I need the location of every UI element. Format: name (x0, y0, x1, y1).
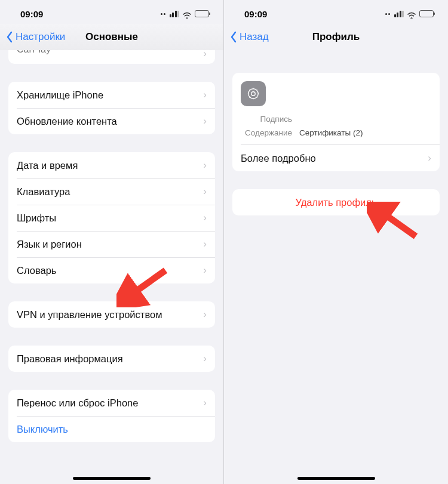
nav-bar: Настройки Основные (0, 24, 223, 50)
group-legal: Правовая информация › (8, 346, 215, 372)
wifi-icon (407, 10, 416, 17)
row-label: Обновление контента (17, 116, 203, 127)
group-storage: Хранилище iPhone › Обновление контента › (8, 82, 215, 134)
screen-profile: 09:09 Назад Профиль (224, 0, 448, 484)
row-label: VPN и управление устройством (17, 309, 203, 320)
row-date-time[interactable]: Дата и время › (8, 152, 215, 178)
row-label: Словарь (17, 265, 203, 276)
row-label: CarPlay (17, 50, 203, 55)
group-localization: Дата и время › Клавиатура › Шрифты › Язы… (8, 152, 215, 283)
svg-point-1 (251, 92, 255, 95)
row-carplay[interactable]: CarPlay › (8, 50, 215, 64)
profile-signature: Подпись (232, 112, 440, 126)
row-label: Более подробно (241, 153, 428, 164)
signal-icon (394, 11, 404, 17)
signal-icon (170, 11, 180, 17)
kv-key: Содержание (241, 128, 292, 137)
delete-profile-button[interactable]: Удалить профиль (232, 189, 440, 215)
row-fonts[interactable]: Шрифты › (8, 205, 215, 231)
row-dictionary[interactable]: Словарь › (8, 257, 215, 283)
kv-value: Сертификаты (2) (299, 128, 363, 137)
chevron-right-icon: › (203, 238, 207, 250)
battery-icon (419, 10, 434, 17)
chevron-right-icon: › (203, 309, 207, 320)
row-label: Язык и регион (17, 239, 203, 250)
chevron-right-icon: › (203, 212, 207, 224)
row-label: Правовая информация (17, 353, 203, 365)
chevron-right-icon: › (203, 264, 207, 276)
row-label: Хранилище iPhone (17, 90, 203, 101)
nav-bar: Назад Профиль (224, 24, 448, 50)
back-label: Назад (240, 31, 269, 43)
chevron-right-icon: › (203, 186, 207, 198)
row-label: Выключить (17, 424, 207, 435)
row-label: Удалить профиль (296, 197, 377, 208)
screen-general: 09:09 Настройки Основные CarPlay › (0, 0, 224, 484)
status-time: 09:09 (244, 9, 267, 19)
profile-card: Подпись Содержание Сертификаты (2) Более… (232, 73, 440, 171)
chevron-right-icon: › (203, 397, 207, 409)
row-vpn-device-management[interactable]: VPN и управление устройством › (8, 301, 215, 328)
chevron-left-icon (6, 31, 13, 43)
content: Подпись Содержание Сертификаты (2) Более… (224, 50, 448, 215)
row-legal[interactable]: Правовая информация › (8, 346, 215, 372)
status-icons (385, 10, 434, 17)
content: CarPlay › Хранилище iPhone › Обновление … (0, 50, 223, 442)
chevron-right-icon: › (203, 353, 207, 365)
row-iphone-storage[interactable]: Хранилище iPhone › (8, 82, 215, 108)
row-transfer-reset[interactable]: Перенос или сброс iPhone › (8, 390, 215, 416)
back-label: Настройки (16, 31, 65, 43)
svg-point-0 (248, 89, 259, 99)
row-more-details[interactable]: Более подробно › (232, 145, 440, 171)
back-button[interactable]: Назад (230, 31, 269, 43)
row-background-refresh[interactable]: Обновление контента › (8, 108, 215, 134)
row-label: Дата и время (17, 160, 203, 171)
kv-key: Подпись (241, 115, 292, 124)
row-keyboard[interactable]: Клавиатура › (8, 178, 215, 205)
wifi-icon (182, 10, 192, 17)
home-indicator[interactable] (297, 477, 375, 480)
chevron-right-icon: › (428, 152, 431, 164)
row-language-region[interactable]: Язык и регион › (8, 231, 215, 257)
status-bar: 09:09 (224, 0, 448, 24)
status-bar: 09:09 (0, 0, 223, 24)
chevron-right-icon: › (203, 50, 207, 60)
status-time: 09:09 (20, 9, 43, 19)
profile-header (232, 73, 440, 112)
home-indicator[interactable] (73, 477, 151, 480)
battery-icon (195, 10, 209, 17)
status-icons (161, 10, 210, 17)
back-button-settings[interactable]: Настройки (6, 31, 65, 43)
row-shutdown[interactable]: Выключить (8, 416, 215, 442)
chevron-right-icon: › (203, 115, 207, 127)
row-label: Перенос или сброс iPhone (17, 397, 203, 409)
gear-icon (241, 81, 266, 106)
group-reset: Перенос или сброс iPhone › Выключить (8, 390, 215, 442)
group-delete: Удалить профиль (232, 189, 440, 215)
row-label: Клавиатура (17, 186, 203, 198)
chevron-right-icon: › (203, 159, 207, 171)
profile-content: Содержание Сертификаты (2) (232, 126, 440, 144)
chevron-right-icon: › (203, 89, 207, 101)
chevron-left-icon (230, 31, 237, 43)
group-vpn: VPN и управление устройством › (8, 301, 215, 328)
row-label: Шрифты (17, 212, 203, 224)
